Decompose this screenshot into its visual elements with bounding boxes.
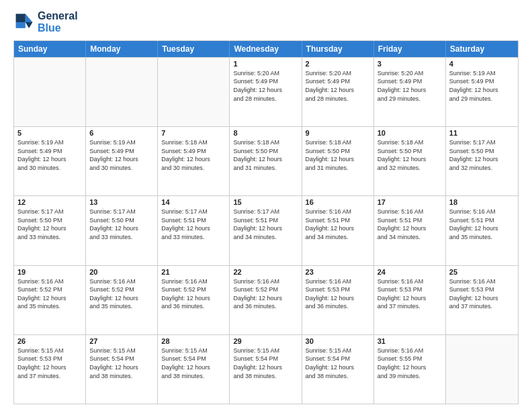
cal-cell: 15Sunrise: 5:17 AM Sunset: 5:51 PM Dayli… <box>230 196 302 265</box>
day-number: 15 <box>233 198 298 206</box>
cal-cell: 23Sunrise: 5:16 AM Sunset: 5:53 PM Dayli… <box>302 266 374 334</box>
cal-cell: 3Sunrise: 5:20 AM Sunset: 5:49 PM Daylig… <box>374 58 446 126</box>
day-number: 1 <box>233 60 298 68</box>
cell-info: Sunrise: 5:15 AM Sunset: 5:54 PM Dayligh… <box>89 347 154 380</box>
cell-info: Sunrise: 5:16 AM Sunset: 5:52 PM Dayligh… <box>17 277 82 311</box>
week-row-1: 1Sunrise: 5:20 AM Sunset: 5:49 PM Daylig… <box>14 57 518 126</box>
svg-rect-2 <box>16 14 26 22</box>
cal-cell: 17Sunrise: 5:16 AM Sunset: 5:51 PM Dayli… <box>374 196 446 265</box>
cal-cell: 19Sunrise: 5:16 AM Sunset: 5:52 PM Dayli… <box>14 266 86 334</box>
cal-cell: 11Sunrise: 5:17 AM Sunset: 5:50 PM Dayli… <box>446 127 518 195</box>
cell-info: Sunrise: 5:20 AM Sunset: 5:49 PM Dayligh… <box>378 69 442 103</box>
day-number: 19 <box>17 268 82 276</box>
cal-cell: 29Sunrise: 5:15 AM Sunset: 5:54 PM Dayli… <box>230 335 302 404</box>
cal-cell: 31Sunrise: 5:16 AM Sunset: 5:55 PM Dayli… <box>374 335 446 404</box>
day-number: 10 <box>378 129 442 137</box>
cal-cell: 5Sunrise: 5:19 AM Sunset: 5:49 PM Daylig… <box>14 127 86 195</box>
header-day-thursday: Thursday <box>302 41 374 57</box>
calendar: SundayMondayTuesdayWednesdayThursdayFrid… <box>13 40 519 404</box>
header-day-friday: Friday <box>374 41 446 57</box>
cell-info: Sunrise: 5:20 AM Sunset: 5:49 PM Dayligh… <box>306 69 370 103</box>
cal-cell: 8Sunrise: 5:18 AM Sunset: 5:50 PM Daylig… <box>230 127 302 195</box>
cell-info: Sunrise: 5:18 AM Sunset: 5:50 PM Dayligh… <box>306 138 370 172</box>
day-number: 18 <box>449 198 515 206</box>
cell-info: Sunrise: 5:18 AM Sunset: 5:50 PM Dayligh… <box>378 138 442 172</box>
week-row-4: 19Sunrise: 5:16 AM Sunset: 5:52 PM Dayli… <box>14 265 518 334</box>
cell-info: Sunrise: 5:16 AM Sunset: 5:52 PM Dayligh… <box>233 277 298 311</box>
cell-info: Sunrise: 5:17 AM Sunset: 5:51 PM Dayligh… <box>233 208 298 241</box>
cell-info: Sunrise: 5:18 AM Sunset: 5:50 PM Dayligh… <box>233 138 298 172</box>
day-number: 24 <box>378 268 442 276</box>
svg-marker-1 <box>26 22 33 28</box>
cal-cell: 7Sunrise: 5:18 AM Sunset: 5:49 PM Daylig… <box>158 127 230 195</box>
header-day-saturday: Saturday <box>446 41 518 57</box>
day-number: 2 <box>306 60 370 68</box>
day-number: 11 <box>449 129 515 137</box>
cell-info: Sunrise: 5:16 AM Sunset: 5:51 PM Dayligh… <box>378 208 442 241</box>
day-number: 31 <box>378 337 442 345</box>
day-number: 7 <box>161 129 226 137</box>
day-number: 13 <box>89 198 154 206</box>
cal-cell <box>158 58 230 126</box>
cal-cell: 26Sunrise: 5:15 AM Sunset: 5:53 PM Dayli… <box>14 335 86 404</box>
calendar-header: SundayMondayTuesdayWednesdayThursdayFrid… <box>14 41 518 57</box>
cal-cell: 13Sunrise: 5:17 AM Sunset: 5:50 PM Dayli… <box>86 196 158 265</box>
cal-cell: 27Sunrise: 5:15 AM Sunset: 5:54 PM Dayli… <box>86 335 158 404</box>
cal-cell: 21Sunrise: 5:16 AM Sunset: 5:52 PM Dayli… <box>158 266 230 334</box>
day-number: 27 <box>89 337 154 345</box>
cell-info: Sunrise: 5:16 AM Sunset: 5:55 PM Dayligh… <box>378 347 442 380</box>
cell-info: Sunrise: 5:16 AM Sunset: 5:51 PM Dayligh… <box>449 208 515 241</box>
page: General Blue SundayMondayTuesdayWednesda… <box>0 0 532 411</box>
calendar-body: 1Sunrise: 5:20 AM Sunset: 5:49 PM Daylig… <box>14 57 518 404</box>
day-number: 16 <box>306 198 370 206</box>
cell-info: Sunrise: 5:20 AM Sunset: 5:49 PM Dayligh… <box>233 69 298 103</box>
cell-info: Sunrise: 5:15 AM Sunset: 5:54 PM Dayligh… <box>306 347 370 380</box>
cal-cell: 28Sunrise: 5:15 AM Sunset: 5:54 PM Dayli… <box>158 335 230 404</box>
cell-info: Sunrise: 5:16 AM Sunset: 5:53 PM Dayligh… <box>449 277 515 311</box>
header: General Blue <box>13 10 519 35</box>
cal-cell: 4Sunrise: 5:19 AM Sunset: 5:49 PM Daylig… <box>446 58 518 126</box>
cell-info: Sunrise: 5:18 AM Sunset: 5:49 PM Dayligh… <box>161 138 226 172</box>
cell-info: Sunrise: 5:17 AM Sunset: 5:51 PM Dayligh… <box>161 208 226 241</box>
cal-cell: 30Sunrise: 5:15 AM Sunset: 5:54 PM Dayli… <box>302 335 374 404</box>
day-number: 29 <box>233 337 298 345</box>
day-number: 20 <box>89 268 154 276</box>
cell-info: Sunrise: 5:17 AM Sunset: 5:50 PM Dayligh… <box>449 138 515 172</box>
day-number: 9 <box>306 129 370 137</box>
header-day-wednesday: Wednesday <box>230 41 302 57</box>
cell-info: Sunrise: 5:16 AM Sunset: 5:52 PM Dayligh… <box>161 277 226 311</box>
logo-icon <box>13 11 35 33</box>
cell-info: Sunrise: 5:19 AM Sunset: 5:49 PM Dayligh… <box>17 138 82 172</box>
cal-cell: 20Sunrise: 5:16 AM Sunset: 5:52 PM Dayli… <box>86 266 158 334</box>
cal-cell: 6Sunrise: 5:19 AM Sunset: 5:49 PM Daylig… <box>86 127 158 195</box>
day-number: 6 <box>89 129 154 137</box>
cal-cell: 2Sunrise: 5:20 AM Sunset: 5:49 PM Daylig… <box>302 58 374 126</box>
cell-info: Sunrise: 5:19 AM Sunset: 5:49 PM Dayligh… <box>449 69 515 103</box>
svg-rect-3 <box>16 22 26 28</box>
cell-info: Sunrise: 5:17 AM Sunset: 5:50 PM Dayligh… <box>89 208 154 241</box>
cell-info: Sunrise: 5:19 AM Sunset: 5:49 PM Dayligh… <box>89 138 154 172</box>
day-number: 23 <box>306 268 370 276</box>
day-number: 30 <box>306 337 370 345</box>
day-number: 12 <box>17 198 82 206</box>
header-day-monday: Monday <box>86 41 158 57</box>
cal-cell: 16Sunrise: 5:16 AM Sunset: 5:51 PM Dayli… <box>302 196 374 265</box>
cal-cell: 1Sunrise: 5:20 AM Sunset: 5:49 PM Daylig… <box>230 58 302 126</box>
cell-info: Sunrise: 5:15 AM Sunset: 5:54 PM Dayligh… <box>233 347 298 380</box>
week-row-2: 5Sunrise: 5:19 AM Sunset: 5:49 PM Daylig… <box>14 126 518 195</box>
day-number: 14 <box>161 198 226 206</box>
day-number: 3 <box>378 60 442 68</box>
cell-info: Sunrise: 5:15 AM Sunset: 5:54 PM Dayligh… <box>161 347 226 380</box>
cell-info: Sunrise: 5:16 AM Sunset: 5:51 PM Dayligh… <box>306 208 370 241</box>
day-number: 21 <box>161 268 226 276</box>
day-number: 26 <box>17 337 82 345</box>
day-number: 5 <box>17 129 82 137</box>
cal-cell: 18Sunrise: 5:16 AM Sunset: 5:51 PM Dayli… <box>446 196 518 265</box>
cell-info: Sunrise: 5:15 AM Sunset: 5:53 PM Dayligh… <box>17 347 82 380</box>
week-row-5: 26Sunrise: 5:15 AM Sunset: 5:53 PM Dayli… <box>14 334 518 404</box>
cal-cell: 22Sunrise: 5:16 AM Sunset: 5:52 PM Dayli… <box>230 266 302 334</box>
day-number: 22 <box>233 268 298 276</box>
cal-cell: 9Sunrise: 5:18 AM Sunset: 5:50 PM Daylig… <box>302 127 374 195</box>
week-row-3: 12Sunrise: 5:17 AM Sunset: 5:50 PM Dayli… <box>14 195 518 265</box>
day-number: 17 <box>378 198 442 206</box>
